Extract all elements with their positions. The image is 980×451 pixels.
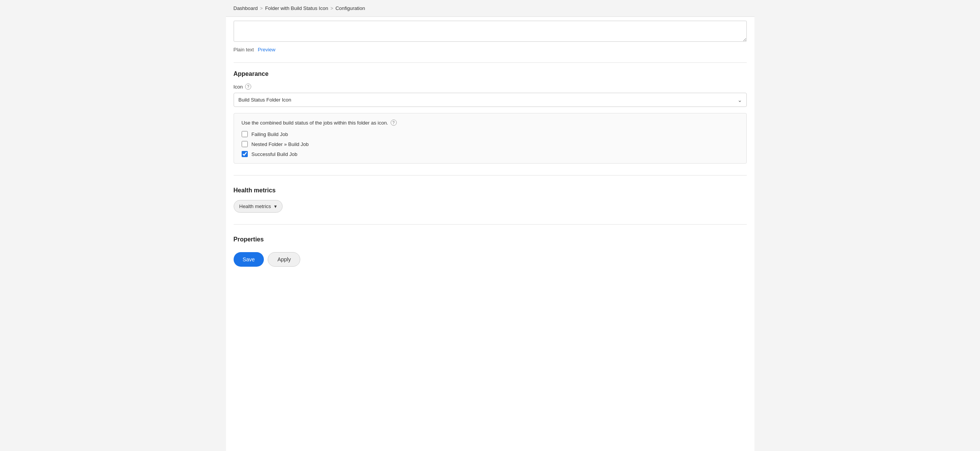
info-box-text: Use the combined build status of the job… [242, 120, 739, 126]
properties-divider [234, 224, 747, 225]
icon-select-wrapper: Build Status Folder Icon Default Custom … [234, 93, 747, 107]
appearance-section: Appearance Icon ? Build Status Folder Ic… [234, 71, 747, 164]
health-metrics-button-label: Health metrics [239, 203, 271, 209]
info-box-description: Use the combined build status of the job… [242, 120, 388, 126]
breadcrumb-sep-1: > [260, 6, 263, 11]
preview-link[interactable]: Preview [258, 47, 275, 52]
breadcrumb: Dashboard > Folder with Build Status Ico… [226, 0, 754, 17]
checkbox-nested-folder-input[interactable] [242, 141, 248, 147]
health-metrics-chevron-icon: ▾ [274, 203, 277, 209]
breadcrumb-configuration: Configuration [335, 5, 365, 11]
apply-button[interactable]: Apply [268, 252, 300, 267]
properties-section: Properties [234, 236, 747, 243]
appearance-heading: Appearance [234, 71, 747, 77]
info-box-help-icon[interactable]: ? [391, 120, 397, 126]
save-button[interactable]: Save [234, 252, 264, 267]
properties-heading: Properties [234, 236, 747, 243]
health-metrics-heading: Health metrics [234, 187, 747, 194]
description-textarea-wrapper [234, 17, 747, 44]
breadcrumb-dashboard[interactable]: Dashboard [234, 5, 258, 11]
description-textarea[interactable] [234, 21, 747, 42]
checkbox-successful-build: Successful Build Job [242, 151, 739, 157]
breadcrumb-folder[interactable]: Folder with Build Status Icon [265, 5, 328, 11]
checkbox-nested-folder: Nested Folder » Build Job [242, 141, 739, 147]
icon-field-label: Icon ? [234, 84, 747, 90]
checkbox-nested-folder-label: Nested Folder » Build Job [252, 141, 309, 147]
plain-text-link[interactable]: Plain text [234, 47, 254, 52]
checkbox-failing-build-input[interactable] [242, 131, 248, 137]
appearance-divider [234, 62, 747, 63]
health-metrics-section: Health metrics Health metrics ▾ [234, 187, 747, 213]
icon-help-icon[interactable]: ? [245, 84, 251, 90]
checkbox-failing-build: Failing Build Job [242, 131, 739, 137]
text-format-bar: Plain text Preview [234, 44, 747, 59]
checkbox-successful-build-label: Successful Build Job [252, 151, 298, 157]
build-status-info-box: Use the combined build status of the job… [234, 113, 747, 164]
health-metrics-dropdown-button[interactable]: Health metrics ▾ [234, 200, 283, 213]
breadcrumb-sep-2: > [330, 6, 333, 11]
checkbox-successful-build-input[interactable] [242, 151, 248, 157]
checkbox-failing-build-label: Failing Build Job [252, 131, 288, 137]
health-metrics-divider [234, 175, 747, 175]
icon-select[interactable]: Build Status Folder Icon Default Custom [234, 93, 747, 107]
button-row: Save Apply [234, 252, 747, 267]
icon-label-text: Icon [234, 84, 243, 90]
